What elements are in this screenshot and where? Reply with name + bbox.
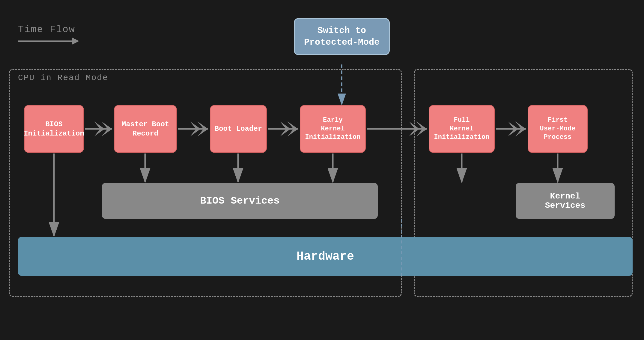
arrow-head xyxy=(72,37,79,45)
kernel-services-box: KernelServices xyxy=(516,183,615,219)
boot-loader-box: Boot Loader xyxy=(210,105,267,153)
early-kernel-box: EarlyKernelInitialization xyxy=(300,105,366,153)
protected-mode-box: Switch toProtected-Mode xyxy=(294,18,390,55)
arrow-line xyxy=(18,40,72,42)
time-flow-arrow xyxy=(18,37,79,45)
hardware-box: Hardware xyxy=(18,237,633,276)
diagram-container: Time Flow Switch toProtected-Mode CPU in… xyxy=(0,0,644,340)
time-flow: Time Flow xyxy=(18,24,79,45)
full-kernel-box: FullKernelInitialization xyxy=(429,105,495,153)
first-user-process-box: FirstUser-ModeProcess xyxy=(528,105,588,153)
bios-initialization-box: BIOSInitialization xyxy=(24,105,84,153)
time-flow-label: Time Flow xyxy=(18,24,79,35)
master-boot-record-box: Master BootRecord xyxy=(114,105,177,153)
cpu-read-mode-label: CPU in Read Mode xyxy=(18,73,108,82)
bios-services-box: BIOS Services xyxy=(102,183,378,219)
